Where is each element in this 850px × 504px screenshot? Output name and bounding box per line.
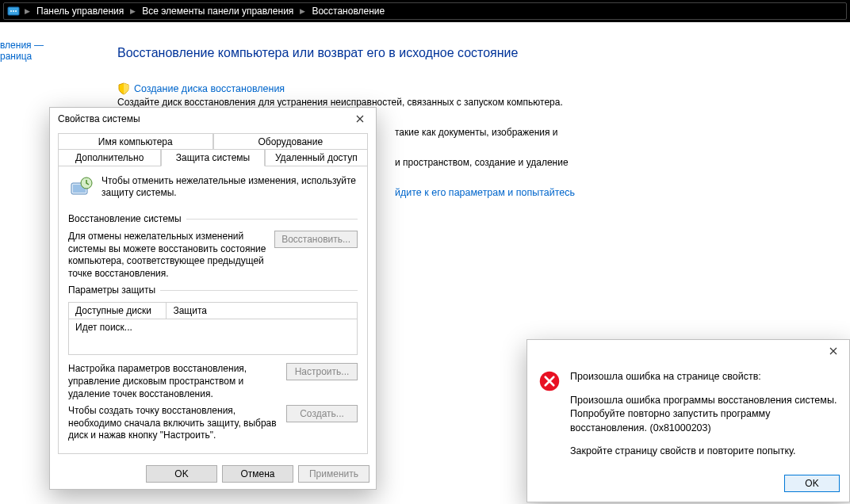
dialog-titlebar: Свойства системы — [50, 108, 376, 130]
partial-text: и пространством, создание и удаление — [395, 157, 850, 168]
dialog-titlebar — [527, 340, 849, 362]
tab-pane: Чтобы отменить нежелательные изменения, … — [58, 166, 368, 454]
partial-text: такие как документы, изображения и — [395, 127, 850, 138]
tab-advanced[interactable]: Дополнительно — [58, 149, 161, 166]
table-searching-text: Идет поиск... — [75, 322, 350, 333]
breadcrumb-item[interactable]: Восстановление — [307, 6, 389, 17]
error-icon — [538, 370, 561, 392]
apply-button: Применить — [298, 465, 369, 483]
tab-remote-access[interactable]: Удаленный доступ — [265, 149, 368, 166]
restore-button: Восстановить... — [274, 231, 358, 248]
create-description: Чтобы создать точку восстановления, необ… — [68, 405, 278, 442]
close-button[interactable] — [349, 111, 371, 127]
error-line-2: Произошла ошибка программы восстановлени… — [570, 394, 838, 436]
svg-point-3 — [15, 10, 17, 12]
group-label-params: Параметры защиты — [68, 284, 358, 296]
partial-link[interactable]: йдите к его параметрам и попытайтесь — [395, 187, 850, 198]
create-recovery-disk-link[interactable]: Создание диска восстановления — [134, 83, 285, 94]
tab-strip: Имя компьютера Оборудование Дополнительн… — [58, 133, 368, 454]
create-button: Создать... — [286, 405, 358, 422]
cancel-button[interactable]: Отмена — [222, 465, 293, 483]
tab-system-protection[interactable]: Защита системы — [161, 149, 264, 166]
address-bar: ▶ Панель управления ▶ Все элементы панел… — [0, 0, 850, 22]
error-line-1: Произошла ошибка на странице свойств: — [570, 370, 838, 384]
info-text: Чтобы отменить нежелательные изменения, … — [101, 175, 358, 200]
dialog-title: Свойства системы — [58, 113, 140, 124]
ok-button[interactable]: OK — [784, 475, 840, 492]
table-header-drives[interactable]: Доступные диски — [69, 303, 167, 319]
group-label-restore: Восстановление системы — [68, 213, 358, 224]
description-text: Создайте диск восстановления для устране… — [117, 97, 850, 108]
error-text: Произошла ошибка на странице свойств: Пр… — [570, 370, 838, 468]
breadcrumb-item[interactable]: Все элементы панели управления — [137, 6, 298, 17]
system-properties-dialog: Свойства системы Имя компьютера Оборудов… — [49, 107, 377, 490]
breadcrumb-item[interactable]: Панель управления — [32, 6, 128, 17]
restore-description: Для отмены нежелательных изменений систе… — [68, 231, 266, 280]
table-body: Идет поиск... — [69, 319, 357, 354]
dialog-buttons: OK Отмена Применить — [50, 460, 376, 489]
tab-computer-name[interactable]: Имя компьютера — [58, 133, 213, 150]
chevron-right-icon: ▶ — [128, 7, 137, 15]
left-pane-links: вления — раница — [0, 40, 44, 62]
error-dialog: Произошла ошибка на странице свойств: Пр… — [526, 339, 850, 502]
tab-hardware[interactable]: Оборудование — [213, 133, 369, 150]
left-pane-link-fragment[interactable]: вления — — [0, 40, 44, 51]
error-line-3: Закройте страницу свойств и повторите по… — [570, 445, 838, 459]
close-icon — [356, 115, 364, 123]
address-bar-inner[interactable]: ▶ Панель управления ▶ Все элементы панел… — [3, 2, 847, 20]
drives-table: Доступные диски Защита Идет поиск... — [68, 302, 358, 355]
svg-point-2 — [13, 10, 14, 12]
close-icon — [829, 347, 837, 355]
left-pane-link-fragment[interactable]: раница — [0, 51, 44, 62]
chevron-right-icon: ▶ — [298, 7, 307, 15]
shield-icon — [117, 82, 130, 95]
control-panel-icon — [7, 5, 20, 17]
system-restore-icon — [68, 175, 94, 200]
close-button[interactable] — [822, 343, 844, 359]
svg-point-1 — [10, 10, 12, 12]
ok-button[interactable]: OK — [146, 465, 217, 483]
page-title: Восстановление компьютера или возврат ег… — [117, 46, 850, 60]
configure-description: Настройка параметров восстановления, упр… — [68, 363, 278, 400]
table-header-protection[interactable]: Защита — [167, 303, 357, 319]
chevron-right-icon: ▶ — [23, 7, 32, 15]
configure-button: Настроить... — [286, 363, 358, 380]
